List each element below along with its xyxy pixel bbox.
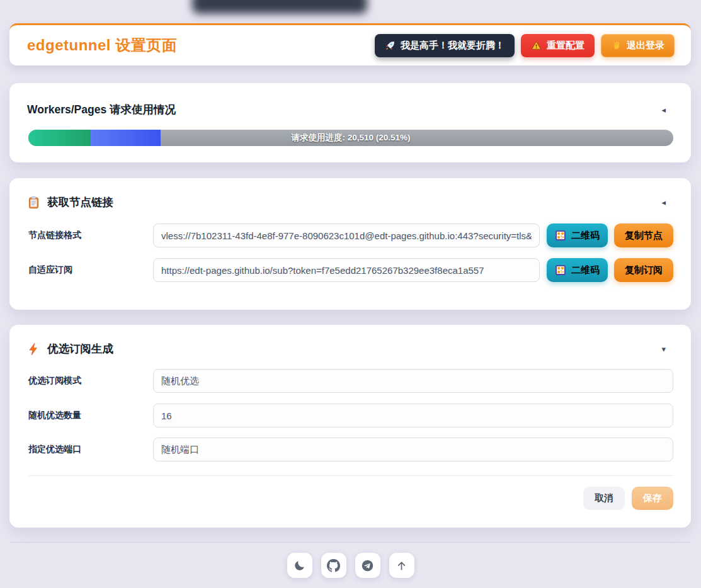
clipboard-icon: [27, 196, 40, 209]
dark-mode-button[interactable]: [287, 553, 312, 578]
header-actions: 我是高手！我就要折腾！ 重置配置: [375, 34, 675, 57]
subscription-qr-label: 二维码: [571, 264, 600, 276]
preferred-port-row: 指定优选端口: [28, 438, 673, 461]
preferred-mode-label: 优选订阅模式: [28, 375, 153, 387]
divider: [28, 475, 673, 476]
expert-mode-label: 我是高手！我就要折腾！: [401, 40, 504, 52]
reset-config-label: 重置配置: [547, 40, 584, 52]
node-links-card: 获取节点链接 ◂ 节点链接格式: [9, 178, 691, 310]
form-actions: 取消 保存: [583, 487, 673, 510]
telegram-icon: [361, 559, 374, 572]
page-background: edgetunnel 设置页面 我是高手！我就要折腾！: [0, 0, 701, 588]
lightning-icon: [27, 342, 40, 356]
preferred-port-label: 指定优选端口: [28, 444, 153, 455]
copy-subscription-button[interactable]: 复制订阅: [614, 258, 673, 282]
expert-mode-button[interactable]: 我是高手！我就要折腾！: [375, 34, 515, 57]
telegram-button[interactable]: [355, 553, 380, 578]
wave-hand-icon: [611, 40, 622, 51]
moon-icon: [293, 559, 306, 572]
footer-icon-bar: [0, 553, 701, 578]
node-qr-label: 二维码: [571, 230, 600, 242]
github-icon: [327, 559, 340, 572]
node-link-label: 节点链接格式: [28, 230, 153, 241]
usage-card-title: Workers/Pages 请求使用情况: [27, 102, 176, 117]
rocket-icon: [385, 40, 396, 51]
random-count-label: 随机优选数量: [28, 410, 153, 421]
node-qr-button[interactable]: 二维码: [547, 223, 608, 247]
reset-config-button[interactable]: 重置配置: [521, 34, 595, 57]
preferred-mode-input[interactable]: [153, 369, 673, 393]
subscription-qr-button[interactable]: 二维码: [547, 258, 608, 282]
usage-card: Workers/Pages 请求使用情况 ◂ 请求使用进度: 20,510 (2…: [9, 83, 691, 162]
node-link-input[interactable]: [153, 223, 540, 247]
preferred-title-text: 优选订阅生成: [47, 341, 113, 356]
preferred-card-title: 优选订阅生成: [27, 341, 113, 356]
qr-code-icon: [555, 230, 566, 241]
github-button[interactable]: [321, 553, 346, 578]
random-count-input[interactable]: [153, 404, 673, 427]
node-link-row: 节点链接格式 二维码 复制节点: [28, 223, 673, 247]
links-collapse-icon[interactable]: ◂: [661, 198, 666, 206]
usage-progress-bar: 请求使用进度: 20,510 (20.51%): [28, 130, 673, 146]
random-count-row: 随机优选数量: [28, 404, 673, 427]
scroll-top-button[interactable]: [389, 553, 414, 578]
preferred-mode-row: 优选订阅模式: [28, 369, 673, 393]
cancel-button[interactable]: 取消: [583, 487, 625, 510]
copy-node-label: 复制节点: [625, 230, 663, 242]
node-links-title-text: 获取节点链接: [47, 195, 113, 210]
copy-node-button[interactable]: 复制节点: [614, 223, 673, 247]
progress-label: 请求使用进度: 20,510 (20.51%): [28, 130, 673, 146]
header: edgetunnel 设置页面 我是高手！我就要折腾！: [9, 23, 691, 65]
subscription-label: 自适应订阅: [28, 264, 153, 276]
qr-code-icon: [555, 264, 566, 276]
page-title: edgetunnel 设置页面: [27, 35, 177, 55]
copy-subscription-label: 复制订阅: [625, 264, 663, 276]
logout-label: 退出登录: [627, 40, 664, 52]
subscription-row: 自适应订阅 二维码 复制订阅: [28, 258, 673, 282]
arrow-up-icon: [395, 559, 408, 572]
preferred-subscription-card: 优选订阅生成 ▾ 优选订阅模式 随机优选数量 指定优选端口 取消 保存: [9, 325, 691, 528]
save-button[interactable]: 保存: [632, 487, 673, 510]
preferred-collapse-icon[interactable]: ▾: [661, 345, 666, 353]
logout-button[interactable]: 退出登录: [601, 34, 675, 57]
blurred-overlay: [192, 0, 367, 14]
node-links-card-title: 获取节点链接: [27, 195, 113, 210]
preferred-port-input[interactable]: [153, 438, 673, 461]
subscription-input[interactable]: [153, 258, 540, 282]
usage-collapse-icon[interactable]: ◂: [661, 106, 666, 114]
warning-icon: [531, 40, 542, 51]
footer-divider: [11, 542, 690, 543]
